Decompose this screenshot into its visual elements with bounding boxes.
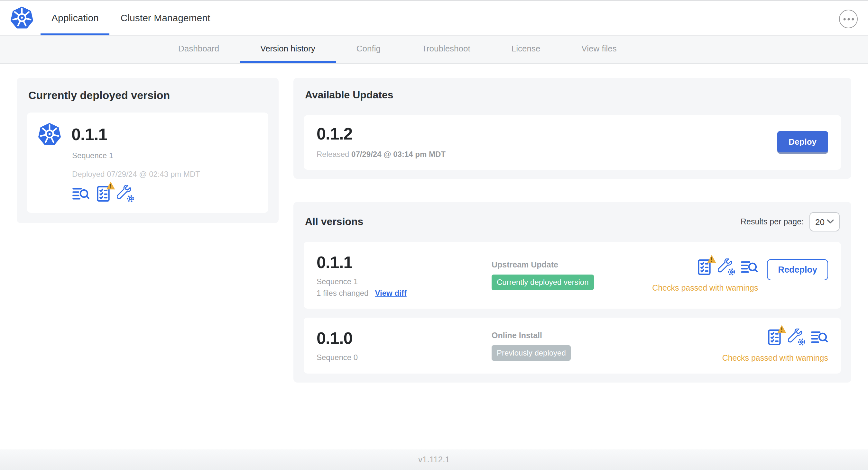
currently-deployed-card: 0.1.1 Sequence 1 Deployed 07/29/24 @ 02:…	[27, 112, 268, 213]
top-nav-tabs: Application Cluster Management	[40, 1, 221, 35]
available-update-info: 0.1.2 Released 07/29/24 @ 03:14 pm MDT	[317, 124, 445, 160]
preflight-checks-warning-icon[interactable]	[766, 329, 783, 346]
currently-deployed-panel: Currently deployed version 0.1.1 Sequenc…	[17, 78, 279, 223]
update-released-line: Released 07/29/24 @ 03:14 pm MDT	[317, 149, 445, 160]
currently-deployed-title: Currently deployed version	[28, 89, 268, 102]
redeploy-button[interactable]: Redeploy	[767, 259, 828, 280]
row-version-number: 0.1.0	[317, 329, 492, 348]
tab-cluster-management[interactable]: Cluster Management	[110, 1, 221, 35]
version-row-actions: Checks passed with warnings	[722, 329, 828, 363]
status-badge: Previously deployed	[492, 345, 571, 360]
released-prefix: Released	[317, 150, 349, 159]
checks-status-text: Checks passed with warnings	[722, 354, 828, 363]
deploy-button[interactable]: Deploy	[777, 131, 828, 153]
available-update-card: 0.1.2 Released 07/29/24 @ 03:14 pm MDT D…	[304, 115, 841, 170]
subnav-tab-troubleshoot-label: Troubleshoot	[422, 44, 470, 54]
source-label: Online Install	[492, 331, 722, 340]
app-sub-navbar: Dashboard Version history Config Trouble…	[0, 36, 868, 64]
subnav-tab-config-label: Config	[356, 44, 381, 54]
row-sequence: Sequence 1	[317, 276, 492, 287]
subnav-tab-version-history[interactable]: Version history	[240, 36, 336, 63]
subnav-tab-config[interactable]: Config	[336, 36, 401, 63]
row-version-number: 0.1.1	[317, 253, 492, 272]
released-timestamp: 07/29/24 @ 03:14 pm MDT	[351, 150, 445, 159]
files-changed-text: 1 files changed	[317, 289, 368, 298]
deployed-sequence: Sequence 1	[72, 150, 258, 161]
update-version-number: 0.1.2	[317, 124, 445, 143]
diff-icon[interactable]	[741, 258, 758, 275]
more-options-button[interactable]	[839, 10, 858, 28]
config-icon[interactable]	[117, 185, 134, 203]
subnav-tab-dashboard-label: Dashboard	[178, 44, 219, 54]
tab-cluster-management-label: Cluster Management	[121, 12, 210, 23]
diff-icon[interactable]	[811, 329, 828, 346]
row-action-icons	[766, 329, 828, 346]
app-logo-kubernetes-icon	[37, 122, 62, 146]
all-versions-title: All versions	[305, 216, 363, 228]
version-row-actions: Checks passed with warnings Redeploy	[652, 258, 828, 292]
available-updates-title: Available Updates	[305, 89, 841, 101]
status-badge: Currently deployed version	[492, 274, 594, 290]
row-action-icons	[695, 258, 758, 275]
footer-bar: v1.112.1	[0, 449, 868, 470]
version-row-info: 0.1.1 Sequence 1 1 files changed View di…	[317, 253, 492, 298]
version-row-0-1-0: 0.1.0 Sequence 0 Online Install Previous…	[304, 317, 841, 374]
top-navbar: Application Cluster Management	[0, 1, 868, 36]
version-row-source: Upstream Update Currently deployed versi…	[492, 260, 652, 290]
checks-status-text: Checks passed with warnings	[652, 283, 758, 292]
warning-triangle-icon	[106, 181, 115, 190]
subnav-tab-troubleshoot[interactable]: Troubleshoot	[401, 36, 491, 63]
subnav-tab-license[interactable]: License	[491, 36, 561, 63]
source-label: Upstream Update	[492, 260, 652, 269]
main-content: Currently deployed version 0.1.1 Sequenc…	[0, 64, 868, 382]
results-per-page-label: Results per page:	[741, 217, 804, 226]
right-column: Available Updates 0.1.2 Released 07/29/2…	[293, 78, 851, 382]
subnav-tab-license-label: License	[512, 44, 540, 54]
kubernetes-logo-icon	[10, 6, 34, 30]
deployed-timestamp: Deployed 07/29/24 @ 02:43 pm MDT	[72, 169, 258, 179]
console-version: v1.112.1	[0, 449, 868, 470]
subnav-tab-version-history-label: Version history	[260, 44, 315, 54]
row-sequence: Sequence 0	[317, 352, 492, 363]
subnav-tab-view-files[interactable]: View files	[561, 36, 637, 63]
results-per-page: Results per page: 20	[741, 212, 840, 231]
config-icon[interactable]	[788, 329, 806, 346]
results-per-page-select[interactable]: 20	[809, 212, 840, 231]
preflight-checks-warning-icon[interactable]	[95, 185, 112, 203]
warning-triangle-icon	[777, 325, 786, 334]
results-per-page-value: 20	[815, 217, 825, 227]
subnav-tab-dashboard[interactable]: Dashboard	[158, 36, 240, 63]
tab-application-label: Application	[52, 12, 99, 23]
view-diff-link[interactable]: View diff	[375, 289, 406, 298]
version-row-source: Online Install Previously deployed	[492, 331, 722, 360]
diff-icon[interactable]	[72, 185, 89, 203]
preflight-checks-warning-icon[interactable]	[695, 258, 713, 275]
warning-triangle-icon	[707, 254, 716, 263]
subnav-tab-view-files-label: View files	[581, 44, 616, 54]
ellipsis-icon	[841, 12, 856, 26]
app-window: Application Cluster Management Dashboard…	[0, 0, 868, 470]
available-updates-panel: Available Updates 0.1.2 Released 07/29/2…	[293, 78, 851, 179]
chevron-down-icon	[827, 219, 834, 224]
version-row-info: 0.1.0 Sequence 0	[317, 329, 492, 363]
version-row-0-1-1: 0.1.1 Sequence 1 1 files changed View di…	[304, 242, 841, 309]
config-icon[interactable]	[718, 258, 736, 275]
all-versions-panel: All versions Results per page: 20 0.1.1 …	[293, 202, 851, 382]
tab-application[interactable]: Application	[40, 1, 110, 35]
deployed-version-actions	[72, 185, 258, 203]
deployed-version-number: 0.1.1	[71, 125, 107, 144]
all-versions-header: All versions Results per page: 20	[305, 212, 840, 231]
